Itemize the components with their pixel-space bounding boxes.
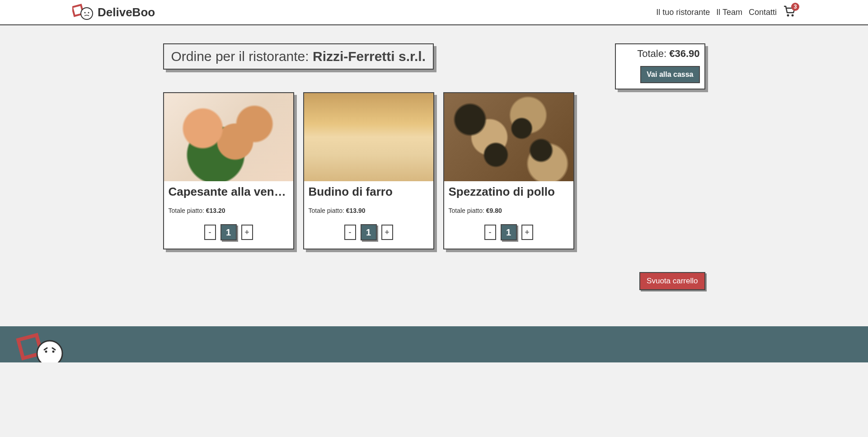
dish-name: Spezzatino di pollo xyxy=(449,185,569,199)
main-nav: Il tuo ristorante Il Team Contatti 3 xyxy=(656,5,796,19)
dish-name: Capesante alla veneziana xyxy=(169,185,289,199)
decrease-button[interactable]: - xyxy=(344,225,356,240)
card-body: Budino di farro Totale piatto: €13.90 - … xyxy=(304,181,433,249)
order-title-prefix: Ordine per il ristorante: xyxy=(171,49,313,64)
cart-badge: 3 xyxy=(791,3,799,11)
order-restaurant-name: Rizzi-Ferretti s.r.l. xyxy=(313,49,426,64)
svg-point-5 xyxy=(792,14,794,17)
quantity-value: 1 xyxy=(501,224,517,240)
brand-logo-icon xyxy=(72,4,94,21)
svg-point-1 xyxy=(81,8,93,19)
dish-image xyxy=(304,93,433,181)
dish-total-label: Totale piatto: xyxy=(309,207,346,214)
quantity-controls: - 1 + xyxy=(309,224,429,240)
card-body: Spezzatino di pollo Totale piatto: €9.80… xyxy=(444,181,573,249)
increase-button[interactable]: + xyxy=(381,225,393,240)
nav-team[interactable]: Il Team xyxy=(716,8,742,17)
quantity-controls: - 1 + xyxy=(449,224,569,240)
footer xyxy=(0,326,868,362)
svg-point-3 xyxy=(88,12,89,14)
quantity-value: 1 xyxy=(221,224,237,240)
order-title: Ordine per il ristorante: Rizzi-Ferretti… xyxy=(171,49,426,64)
total-label: Totale: xyxy=(637,48,669,59)
checkout-button[interactable]: Vai alla cassa xyxy=(640,66,699,83)
dish-image xyxy=(444,93,573,181)
svg-point-2 xyxy=(84,12,86,14)
quantity-value: 1 xyxy=(361,224,377,240)
main-content: Ordine per il ristorante: Rizzi-Ferretti… xyxy=(163,43,601,249)
cart-items: Capesante alla veneziana Totale piatto: … xyxy=(163,92,601,249)
decrease-button[interactable]: - xyxy=(484,225,496,240)
cart-item: Capesante alla veneziana Totale piatto: … xyxy=(163,92,294,249)
summary-sidebar: Totale: €36.90 Vai alla cassa xyxy=(615,43,705,89)
svg-point-8 xyxy=(45,351,47,353)
cart-item: Spezzatino di pollo Totale piatto: €9.80… xyxy=(443,92,574,249)
empty-cart-button[interactable]: Svuota carrello xyxy=(639,272,705,290)
cart-button[interactable]: 3 xyxy=(783,5,796,19)
total-text: Totale: €36.90 xyxy=(620,48,700,60)
dish-total: Totale piatto: €13.20 xyxy=(169,207,289,214)
dish-image xyxy=(164,93,293,181)
svg-point-9 xyxy=(52,351,55,353)
main-container: Ordine per il ristorante: Rizzi-Ferretti… xyxy=(159,25,710,268)
header: DeliveBoo Il tuo ristorante Il Team Cont… xyxy=(0,0,868,25)
nav-contacts[interactable]: Contatti xyxy=(749,8,777,17)
dish-total-label: Totale piatto: xyxy=(449,207,486,214)
dish-total-value: €13.20 xyxy=(206,207,225,214)
brand-name: DeliveBoo xyxy=(98,5,155,19)
dish-total: Totale piatto: €9.80 xyxy=(449,207,569,214)
nav-restaurant[interactable]: Il tuo ristorante xyxy=(656,8,710,17)
brand-logo[interactable]: DeliveBoo xyxy=(72,4,155,21)
dish-name: Budino di farro xyxy=(309,185,429,199)
total-value: €36.90 xyxy=(669,48,699,59)
svg-point-4 xyxy=(787,14,789,17)
dish-total-value: €9.80 xyxy=(486,207,502,214)
quantity-controls: - 1 + xyxy=(169,224,289,240)
decrease-button[interactable]: - xyxy=(204,225,216,240)
dish-total-label: Totale piatto: xyxy=(169,207,206,214)
footer-logo xyxy=(14,332,68,362)
cart-item: Budino di farro Totale piatto: €13.90 - … xyxy=(303,92,434,249)
empty-cart-row: Svuota carrello xyxy=(159,272,710,290)
svg-point-7 xyxy=(37,341,62,362)
dish-total: Totale piatto: €13.90 xyxy=(309,207,429,214)
dish-total-value: €13.90 xyxy=(346,207,366,214)
card-body: Capesante alla veneziana Totale piatto: … xyxy=(164,181,293,249)
total-box: Totale: €36.90 Vai alla cassa xyxy=(615,43,705,89)
order-title-box: Ordine per il ristorante: Rizzi-Ferretti… xyxy=(163,43,434,70)
increase-button[interactable]: + xyxy=(241,225,253,240)
increase-button[interactable]: + xyxy=(521,225,533,240)
